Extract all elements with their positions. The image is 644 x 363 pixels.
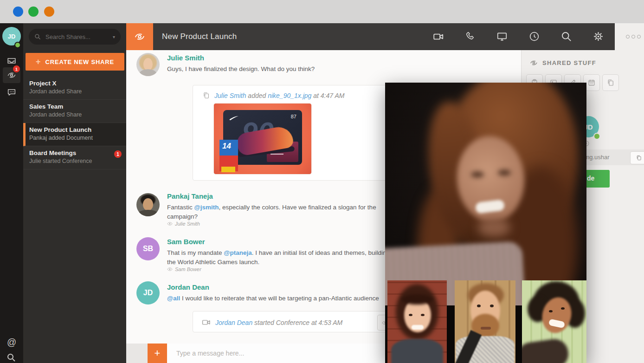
shared-stuff-title: SHARED STUFF [542,59,596,66]
participant-thumbnail-3[interactable] [522,280,586,363]
gear-icon [592,31,604,42]
window-control-1[interactable] [13,6,23,17]
user-avatar-initials: JD [8,33,16,40]
share-name: Board Meetings [29,149,126,156]
message-author[interactable]: Pankaj Taneja [167,192,213,200]
smile-shape [412,325,424,330]
share-item-project-x[interactable]: Project X Jordan added Share [23,77,126,100]
monitor-icon [496,31,508,43]
window-control-3[interactable] [44,6,54,17]
mention-link[interactable]: @all [167,295,180,302]
main-video-feed[interactable] [385,83,586,305]
avatar-pankaj-taneja [136,193,160,216]
event-author-link[interactable]: Jordan Dean [215,319,252,326]
unread-count: 1 [116,152,119,157]
video-call-button[interactable] [432,31,444,43]
inbox-button[interactable] [6,56,17,66]
avatar-initials: SB [136,237,160,260]
shares-notification-badge: 1 [13,65,20,73]
share-subtitle: Jordan added Share [29,88,126,95]
file-added-event-card: Julie Smith added nike_90_1x.jpg at 4:47… [193,85,387,181]
seen-by-row: Sam Bower [167,266,201,272]
pages-copy-icon [202,91,210,99]
message-body: I would like to reiterate that we will b… [180,295,379,302]
seen-by-row: Julie Smith [167,221,200,227]
dot-icon [626,35,630,39]
chats-button[interactable] [6,87,17,97]
eye-shape [490,305,494,307]
phone-icon [464,31,476,42]
mouth-shape [481,327,491,330]
more-overflow-button[interactable] [626,35,641,39]
share-item-board-meetings[interactable]: Board Meetings Julie started Conference … [23,146,126,169]
eye-shape [498,170,511,175]
nike-corner-number: 87 [291,114,296,119]
unread-badge: 1 [114,150,122,158]
voice-call-button[interactable] [464,31,476,42]
create-new-share-button[interactable]: + CREATE NEW SHARE [26,53,124,71]
share-subtitle: Julie started Conference [29,158,126,164]
mentions-button[interactable]: @ [7,337,16,348]
event-author-link[interactable]: Julie Smith [214,92,246,99]
member-status-dot [593,133,600,140]
shares-orbit-eye-icon [134,31,146,43]
message-body: That is my mandate [167,249,224,256]
dot-icon [637,35,641,39]
at-mention-icon: @ [7,337,16,347]
event-line: Julie Smith added nike_90_1x.jpg at 4:47… [202,91,344,99]
page-title: New Product Launch [162,32,237,41]
history-button[interactable] [528,31,540,42]
video-camera-icon [201,318,211,327]
seen-by-name: Julie Smith [175,221,200,227]
share-subtitle: Jordan added Share [29,111,126,118]
message-body: Guys, I have finalized the design. What … [167,65,315,72]
search-icon [34,33,41,40]
event-text: Jordan Dean started Conference at 4:53 A… [215,319,342,326]
seen-by-name: Sam Bower [175,266,201,272]
share-item-sales-team[interactable]: Sales Team Jordan added Share [23,100,126,123]
shoulder-shape [522,337,570,363]
avatar-sam-bower: SB [136,237,160,260]
video-conference-overlay[interactable] [385,83,586,363]
os-titlebar [0,0,644,23]
share-item-new-product-launch[interactable]: New Product Launch Pankaj added Document [23,123,126,146]
search-icon [6,353,16,362]
rail-search-button[interactable] [6,353,16,362]
screen-share-button[interactable] [496,31,508,43]
pages-tool-button[interactable] [602,74,619,91]
invite-button-label: de [587,175,594,182]
share-name: New Product Launch [29,126,126,133]
create-new-share-label: CREATE NEW SHARE [45,58,114,65]
message-body: Fantastic [167,204,194,211]
shares-orbit-eye-icon [529,58,538,67]
pages-copy-icon [636,155,642,161]
settings-button[interactable] [592,31,604,42]
chin-shadow [478,218,510,237]
dot-icon [631,35,635,39]
message-author[interactable]: Jordan Dean [167,283,209,291]
participant-thumbnail-2[interactable] [455,280,515,363]
participant-thumbnail-1[interactable] [387,280,447,363]
bangs-shape [401,294,433,305]
left-rail: JD 1 @ [0,23,23,363]
share-search-box[interactable]: ▾ [29,29,121,45]
plus-icon: + [155,347,161,359]
event-file-link[interactable]: nike_90_1x.jpg [268,92,311,99]
search-conversation-button[interactable] [560,31,572,42]
face-shape [143,58,153,71]
mention-link[interactable]: @ptaneja [224,249,251,256]
eye-shape [549,310,553,312]
share-search-input[interactable] [45,33,107,41]
window-control-2[interactable] [28,6,39,17]
share-name: Sales Team [29,103,126,110]
chevron-down-icon[interactable]: ▾ [113,34,115,39]
shared-image-nike[interactable]: 90 87 14 [213,103,312,175]
message-author[interactable]: Julie Smith [167,54,204,62]
eye-shape [477,305,481,307]
mention-link[interactable]: @jsmith [194,204,219,211]
share-subtitle: Pankaj added Document [29,135,126,141]
message-text: Guys, I have finalized the design. What … [167,65,408,74]
message-author[interactable]: Sam Bower [167,238,205,246]
copy-invite-button[interactable] [630,151,644,164]
add-attachment-button[interactable]: + [148,344,167,363]
